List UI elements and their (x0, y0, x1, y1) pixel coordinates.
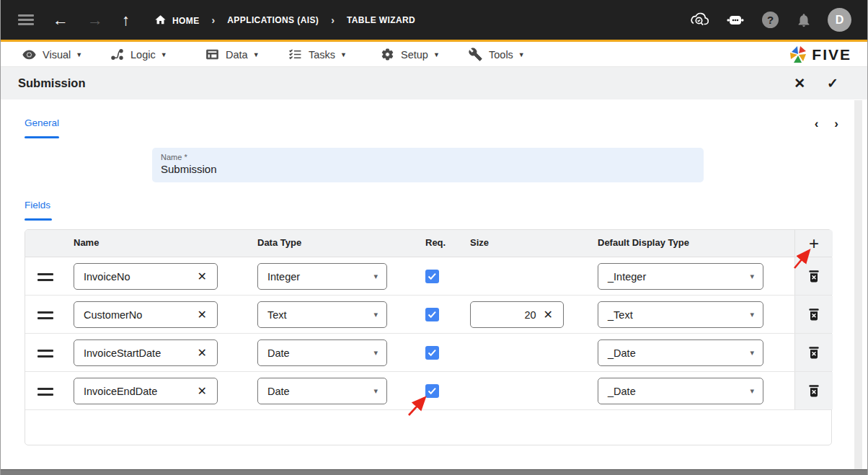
five-logo: FIVE (789, 43, 851, 66)
field-name-input[interactable] (74, 309, 196, 321)
breadcrumb-applications[interactable]: APPLICATIONS (AIS) (227, 15, 319, 25)
field-name-input[interactable] (74, 347, 196, 359)
table-row: ✕ Date ▾ _Date ▾ (25, 372, 831, 410)
save-icon[interactable]: ✓ (827, 76, 838, 90)
checklist-icon (288, 48, 302, 61)
field-name-cell: ✕ (74, 339, 218, 366)
caret-down-icon: ▼ (76, 51, 82, 58)
data-type-select[interactable]: Date ▾ (257, 339, 387, 366)
topbar-actions: ? D (672, 8, 851, 32)
assistant-bot-icon[interactable] (726, 12, 745, 28)
drag-handle-icon[interactable] (37, 311, 53, 323)
drag-handle-icon[interactable] (37, 350, 53, 361)
required-checkbox[interactable] (425, 270, 439, 283)
table-icon (205, 48, 219, 61)
header-default-display-type: Default Display Type (598, 237, 763, 248)
tab-fields-underline (25, 218, 52, 221)
gear-icon (381, 48, 394, 61)
tab-general[interactable]: General (25, 117, 59, 128)
back-icon[interactable]: ← (53, 12, 68, 28)
clear-icon[interactable]: ✕ (542, 308, 563, 321)
up-icon[interactable]: ↑ (122, 12, 130, 28)
forward-icon[interactable]: → (87, 12, 103, 28)
caret-down-icon: ▾ (373, 272, 386, 281)
cancel-icon[interactable]: ✕ (794, 76, 805, 90)
help-icon[interactable]: ? (762, 12, 779, 28)
page-title: Submission (18, 76, 86, 90)
caret-down-icon: ▾ (373, 348, 386, 358)
delete-row-icon[interactable] (807, 269, 821, 284)
delete-row-icon[interactable] (807, 345, 821, 360)
record-title-bar: Submission ✕ ✓ (1, 67, 867, 99)
breadcrumb-home[interactable]: HOME (154, 14, 200, 26)
clear-icon[interactable]: ✕ (196, 346, 217, 360)
tools-icon (469, 48, 482, 61)
notifications-bell-icon[interactable] (796, 12, 812, 28)
fields-table-header: Name Data Type Req. Size Default Display… (25, 230, 831, 257)
data-type-select[interactable]: Integer ▾ (257, 263, 387, 290)
data-type-select[interactable]: Text ▾ (257, 301, 387, 328)
data-type-select[interactable]: Date ▾ (257, 378, 387, 404)
user-avatar[interactable]: D (828, 8, 851, 32)
clear-icon[interactable]: ✕ (196, 270, 217, 283)
name-field[interactable]: Name * (152, 148, 704, 182)
required-checkbox[interactable] (425, 384, 439, 398)
clear-icon[interactable]: ✕ (196, 308, 217, 321)
table-row: ✕ Text ▾ ✕ _Text ▾ (25, 296, 831, 334)
size-cell: ✕ (470, 301, 564, 328)
next-record-icon[interactable]: › (834, 117, 838, 131)
breadcrumb-table-wizard[interactable]: TABLE WIZARD (347, 15, 415, 25)
menu-logic[interactable]: Logic▼ (110, 42, 167, 67)
menu-tasks[interactable]: Tasks▼ (288, 42, 347, 67)
display-type-select[interactable]: _Text ▾ (598, 301, 763, 328)
eye-icon (22, 48, 36, 61)
field-name-cell: ✕ (74, 263, 218, 290)
cloud-search-icon[interactable] (689, 12, 709, 28)
caret-down-icon: ▾ (750, 272, 763, 281)
required-checkbox[interactable] (425, 308, 439, 321)
name-input[interactable] (161, 163, 695, 175)
caret-down-icon: ▾ (373, 386, 386, 396)
menu-visual[interactable]: Visual▼ (22, 42, 82, 67)
caret-down-icon: ▼ (433, 51, 440, 58)
delete-row-icon[interactable] (807, 307, 821, 322)
table-row: ✕ Integer ▾ _Integer ▾ (25, 257, 831, 296)
home-icon (154, 14, 167, 26)
top-navigation-bar: ← → ↑ HOME › APPLICATIONS (AIS) › TABLE … (1, 0, 867, 40)
caret-down-icon: ▾ (373, 310, 386, 319)
vertical-scrollbar[interactable] (854, 100, 862, 469)
header-data-type: Data Type (257, 237, 387, 248)
five-wordmark: FIVE (812, 46, 851, 63)
name-field-label: Name * (161, 153, 695, 161)
field-name-input[interactable] (74, 271, 196, 283)
horizontal-scrollbar[interactable] (1, 469, 867, 475)
menu-setup[interactable]: Setup▼ (381, 42, 440, 67)
delete-row-icon[interactable] (807, 383, 821, 399)
tab-general-underline (25, 136, 59, 138)
flow-icon (110, 48, 124, 61)
main-menu-bar: Visual▼ Logic▼ Data▼ Tasks▼ Setup▼ Tools… (1, 42, 867, 67)
clear-icon[interactable]: ✕ (196, 384, 217, 398)
size-input[interactable] (471, 309, 542, 321)
chevron-right-icon: › (331, 14, 335, 26)
menu-tools[interactable]: Tools▼ (469, 42, 525, 67)
tab-fields[interactable]: Fields (25, 200, 50, 210)
display-type-select[interactable]: _Date ▾ (598, 378, 763, 404)
drag-handle-icon[interactable] (37, 273, 53, 285)
five-logo-mark (789, 45, 807, 65)
app-window: ← → ↑ HOME › APPLICATIONS (AIS) › TABLE … (0, 0, 868, 475)
display-type-select[interactable]: _Integer ▾ (598, 263, 763, 290)
add-field-button[interactable]: + (809, 235, 819, 252)
field-name-cell: ✕ (74, 378, 218, 404)
caret-down-icon: ▼ (253, 51, 260, 58)
menu-data[interactable]: Data▼ (205, 42, 260, 67)
hamburger-menu-icon[interactable] (18, 14, 34, 25)
header-name: Name (74, 237, 218, 248)
field-name-input[interactable] (74, 386, 196, 397)
required-checkbox[interactable] (425, 346, 439, 360)
display-type-select[interactable]: _Date ▾ (598, 339, 763, 366)
caret-down-icon: ▾ (750, 386, 763, 396)
drag-handle-icon[interactable] (37, 388, 53, 399)
caret-down-icon: ▾ (750, 310, 763, 319)
previous-record-icon[interactable]: ‹ (815, 117, 819, 131)
